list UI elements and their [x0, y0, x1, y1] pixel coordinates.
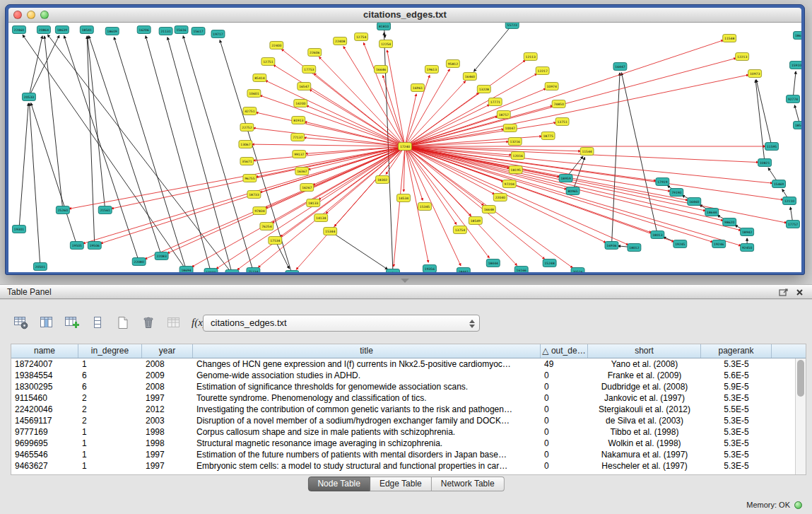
- graph-node[interactable]: 79190: [670, 189, 683, 197]
- graph-node[interactable]: 22080: [132, 258, 146, 266]
- table-row[interactable]: 1456911722003Disruption of a novel membe…: [11, 415, 795, 426]
- graph-node[interactable]: 22460: [12, 26, 25, 34]
- table-vertical-scrollbar[interactable]: [795, 358, 806, 474]
- graph-node[interactable]: 22752: [240, 124, 254, 132]
- graph-node[interactable]: 19505: [70, 242, 83, 250]
- graph-node[interactable]: 18890: [204, 269, 218, 273]
- graph-node[interactable]: 18133: [307, 199, 320, 207]
- graph-node[interactable]: 22040: [493, 194, 507, 201]
- graph-node[interactable]: 81913: [292, 117, 305, 124]
- graph-node[interactable]: 16961: [411, 84, 424, 92]
- graph-node[interactable]: 18441: [457, 268, 470, 273]
- graph-node[interactable]: 10601: [247, 90, 261, 98]
- table-row[interactable]: 1938455462009Genome-wide association stu…: [11, 370, 795, 381]
- graph-node[interactable]: 20501: [33, 263, 47, 271]
- graph-node[interactable]: 15344: [324, 228, 337, 235]
- table-row[interactable]: 946362711997Embryonic stem cells: a mode…: [11, 460, 795, 472]
- graph-node[interactable]: 18012: [628, 244, 641, 252]
- graph-node[interactable]: 16646: [375, 66, 388, 74]
- graph-node[interactable]: 19356: [423, 265, 436, 273]
- tab-node-table[interactable]: Node Table: [307, 477, 370, 491]
- graph-node[interactable]: 13067: [239, 141, 252, 148]
- graph-node[interactable]: 17753: [302, 66, 316, 74]
- graph-node[interactable]: 18444: [486, 259, 500, 267]
- graph-node[interactable]: 92450: [741, 244, 754, 252]
- table-row[interactable]: 969969511998Structural magnetic resonanc…: [11, 438, 795, 449]
- show-columns-button[interactable]: [35, 312, 57, 334]
- graph-node[interactable]: 75234: [247, 268, 260, 273]
- graph-node[interactable]: 42751: [243, 107, 257, 115]
- graph-node[interactable]: 55723: [505, 23, 519, 29]
- graph-node[interactable]: 16206: [137, 26, 151, 34]
- graph-node[interactable]: 74850: [552, 100, 565, 108]
- graph-node[interactable]: 19717: [211, 30, 225, 38]
- graph-node[interactable]: 77137: [291, 134, 305, 141]
- graph-node[interactable]: 25260: [56, 206, 69, 214]
- graph-node[interactable]: 16367: [295, 168, 309, 175]
- graph-node[interactable]: 16648: [482, 206, 495, 214]
- zoom-button[interactable]: [40, 11, 49, 19]
- graph-node[interactable]: 15910: [790, 62, 801, 69]
- graph-node[interactable]: 92774: [787, 95, 800, 103]
- graph-node[interactable]: 22606: [308, 49, 322, 57]
- graph-node[interactable]: 10821: [758, 159, 772, 167]
- graph-node[interactable]: 19613: [425, 66, 438, 74]
- window-titlebar[interactable]: citations_edges.txt: [8, 8, 801, 23]
- graph-node[interactable]: 15616: [175, 26, 188, 34]
- graph-node[interactable]: 17240: [399, 143, 412, 151]
- graph-node[interactable]: 76254: [260, 223, 273, 230]
- graph-node[interactable]: 12217: [536, 67, 549, 75]
- graph-node[interactable]: 22083: [155, 252, 168, 260]
- float-panel-button[interactable]: [778, 287, 789, 298]
- table-row[interactable]: 977716911998Corpus callosum shape and si…: [11, 426, 795, 438]
- graph-node[interactable]: 18775: [541, 132, 555, 140]
- graph-node[interactable]: 17919: [656, 178, 669, 186]
- table-row[interactable]: 2242004622012Investigating the contribut…: [11, 404, 795, 415]
- graph-node[interactable]: 11595: [765, 143, 779, 151]
- graph-node[interactable]: 15469: [772, 180, 786, 188]
- graph-node[interactable]: 20533: [22, 93, 35, 101]
- graph-node[interactable]: 12754: [355, 33, 368, 41]
- graph-node[interactable]: 19501: [387, 269, 400, 273]
- network-svg[interactable]: 1724022400127518541410601427512275213067…: [8, 23, 801, 272]
- graph-node[interactable]: 16447: [613, 63, 627, 71]
- graph-node[interactable]: 18302: [376, 176, 389, 184]
- graph-node[interactable]: 18541: [80, 26, 93, 34]
- table-import-button[interactable]: [61, 312, 83, 334]
- column-header-name[interactable]: name: [11, 344, 78, 358]
- graph-node[interactable]: 14134: [314, 214, 328, 222]
- table-row[interactable]: 1872400712008Changes of HCN gene express…: [11, 358, 795, 370]
- delete-table-button[interactable]: [137, 312, 159, 334]
- graph-node[interactable]: 22400: [270, 42, 283, 49]
- table-row[interactable]: 946554611997Estimation of the future num…: [11, 449, 795, 460]
- graph-node[interactable]: 16166: [514, 267, 528, 273]
- table-row[interactable]: 911546021997Tourette syndrome. Phenomeno…: [11, 392, 795, 404]
- graph-node[interactable]: 80965: [566, 187, 579, 195]
- memory-status-icon[interactable]: [794, 501, 802, 509]
- graph-node[interactable]: 18195: [509, 166, 522, 174]
- graph-node[interactable]: 16547: [298, 83, 311, 90]
- column-header-in_degree[interactable]: in_degree: [78, 344, 142, 358]
- graph-node[interactable]: 18757: [497, 111, 510, 119]
- graph-node[interactable]: 13228: [477, 86, 490, 93]
- graph-node[interactable]: 12254: [379, 40, 393, 48]
- graph-node[interactable]: 99137: [293, 151, 306, 158]
- graph-node[interactable]: 18694: [180, 267, 193, 273]
- graph-node[interactable]: 13751: [555, 118, 569, 126]
- graph-node[interactable]: 12213: [736, 53, 749, 61]
- graph-node[interactable]: 17757: [787, 221, 800, 228]
- graph-node[interactable]: 12751: [261, 58, 275, 66]
- panel-splitter-handle[interactable]: [401, 279, 409, 283]
- column-header-short[interactable]: short: [588, 344, 701, 358]
- tab-edge-table[interactable]: Edge Table: [370, 477, 432, 491]
- graph-node[interactable]: 18609: [105, 28, 119, 35]
- graph-node[interactable]: 16267: [300, 184, 314, 192]
- table-row[interactable]: 1830029562008Estimation of significance …: [11, 381, 795, 392]
- graph-node[interactable]: 16936: [605, 242, 618, 250]
- graph-node[interactable]: 75230: [225, 270, 239, 273]
- graph-node[interactable]: 21561: [98, 206, 112, 214]
- graph-node[interactable]: 18640: [794, 32, 801, 40]
- graph-node[interactable]: 97204: [502, 180, 516, 188]
- graph-node[interactable]: 97834: [253, 207, 266, 215]
- graph-node[interactable]: 16460: [688, 198, 701, 206]
